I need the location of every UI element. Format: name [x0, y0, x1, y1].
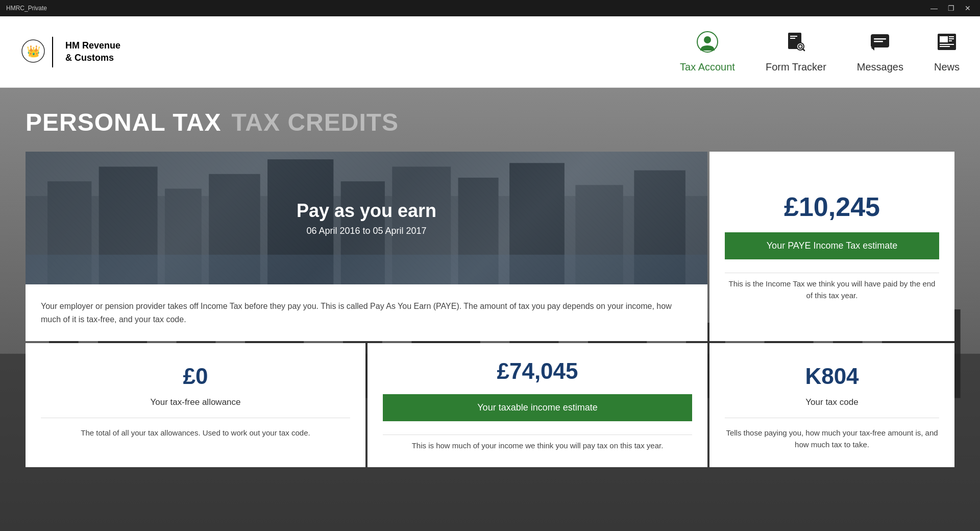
title-bar-text: HMRC_Private — [6, 5, 47, 12]
content-area: PERSONAL TAX TAX CREDITS — [0, 88, 980, 488]
svg-point-3 — [704, 36, 711, 43]
svg-rect-20 — [949, 40, 952, 41]
heading-personal-tax: PERSONAL TAX — [26, 108, 222, 136]
crown-svg: 👑 — [20, 38, 46, 64]
tax-free-description: The total of all your tax allowances. Us… — [81, 427, 310, 439]
paye-description: This is the Income Tax we think you will… — [725, 278, 939, 301]
svg-rect-19 — [949, 38, 954, 39]
logo-area: 👑 HM Revenue & Customs — [20, 37, 120, 67]
hero-image: Pay as you earn 06 April 2016 to 05 Apri… — [26, 152, 707, 284]
tax-code-label: Your tax code — [805, 397, 858, 407]
nav-form-tracker[interactable]: Form Tracker — [766, 31, 826, 73]
hero-subtitle: 06 April 2016 to 05 April 2017 — [297, 226, 436, 236]
form-tracker-icon — [785, 31, 806, 57]
nav-news-label: News — [934, 61, 960, 73]
card-divider-2 — [41, 418, 350, 418]
nav-tax-account-label: Tax Account — [680, 61, 735, 73]
card-divider-4 — [383, 435, 692, 435]
paye-amount: £10,245 — [784, 191, 880, 222]
header: 👑 HM Revenue & Customs Tax Account — [0, 16, 980, 88]
news-icon — [936, 31, 958, 57]
paye-income-tax-button[interactable]: Your PAYE Income Tax estimate — [725, 232, 939, 259]
tax-free-amount: £0 — [183, 364, 208, 389]
title-bar-controls: — ❐ ✕ — [927, 4, 974, 12]
taxable-income-button[interactable]: Your taxable income estimate — [383, 394, 692, 421]
nav-tax-account[interactable]: Tax Account — [680, 31, 735, 73]
svg-rect-16 — [940, 44, 954, 45]
tax-code-description: Tells those paying you, how much your ta… — [725, 427, 939, 450]
svg-rect-13 — [874, 41, 883, 42]
nav-messages-label: Messages — [857, 61, 903, 73]
right-bottom-card: £74,045 Your taxable income estimate Thi… — [368, 343, 707, 467]
hero-card: Pay as you earn 06 April 2016 to 05 Apri… — [26, 152, 707, 341]
title-bar: HMRC_Private — ❐ ✕ — [0, 0, 980, 16]
main-nav: Tax Account Form Tracker — [680, 31, 960, 73]
main-content: PERSONAL TAX TAX CREDITS — [0, 88, 980, 531]
logo-divider — [52, 37, 53, 67]
taxable-income-amount: £74,045 — [497, 358, 578, 384]
svg-text:👑: 👑 — [27, 44, 41, 58]
messages-icon — [869, 31, 891, 57]
svg-rect-17 — [940, 46, 950, 47]
svg-rect-15 — [940, 36, 948, 42]
svg-rect-18 — [949, 36, 954, 37]
tax-code-amount: K804 — [805, 364, 859, 389]
logo-icon: 👑 — [20, 38, 46, 66]
top-row-cards: Pay as you earn 06 April 2016 to 05 Apri… — [26, 152, 954, 341]
hero-title: Pay as you earn — [297, 200, 436, 222]
card-divider-1 — [725, 273, 939, 273]
nav-news[interactable]: News — [934, 31, 960, 73]
hero-description: Your employer or pension provider takes … — [26, 284, 707, 341]
svg-rect-12 — [874, 38, 886, 40]
close-button[interactable]: ✕ — [962, 4, 974, 12]
tax-code-card: K804 Your tax code Tells those paying yo… — [709, 343, 954, 467]
tax-free-label: Your tax-free allowance — [150, 397, 240, 407]
svg-rect-5 — [790, 36, 797, 37]
svg-rect-6 — [790, 38, 795, 39]
hero-text: Pay as you earn 06 April 2016 to 05 Apri… — [297, 200, 436, 236]
logo-text: HM Revenue & Customs — [65, 40, 120, 64]
page-heading: PERSONAL TAX TAX CREDITS — [26, 108, 954, 136]
tax-free-card: £0 Your tax-free allowance The total of … — [26, 343, 365, 467]
maximize-button[interactable]: ❐ — [945, 4, 958, 12]
taxable-income-description: This is how much of your income we think… — [412, 440, 664, 452]
right-top-card: £10,245 Your PAYE Income Tax estimate Th… — [709, 152, 954, 341]
nav-form-tracker-label: Form Tracker — [766, 61, 826, 73]
minimize-button[interactable]: — — [927, 4, 941, 12]
card-divider-3 — [725, 418, 939, 418]
nav-messages[interactable]: Messages — [857, 31, 903, 73]
tax-account-icon — [697, 31, 718, 57]
bottom-row-cards: £0 Your tax-free allowance The total of … — [26, 343, 954, 467]
svg-rect-48 — [26, 255, 707, 284]
svg-line-10 — [803, 49, 805, 51]
heading-tax-credits: TAX CREDITS — [232, 108, 399, 136]
